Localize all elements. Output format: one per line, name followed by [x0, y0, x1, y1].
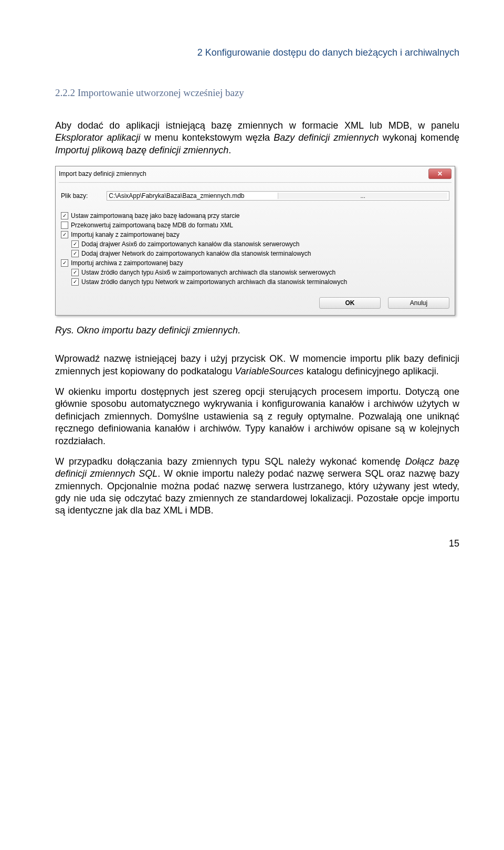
- checkbox[interactable]: ✓: [71, 269, 79, 276]
- checkbox[interactable]: ✓: [61, 231, 68, 238]
- option-label: Dodaj drajwer Network do zaimportowanych…: [81, 250, 311, 257]
- page-number: 15: [55, 538, 459, 549]
- checkbox[interactable]: [61, 222, 68, 229]
- checkbox[interactable]: ✓: [71, 278, 79, 286]
- paragraph-2: W okienku importu dostępnych jest szereg…: [55, 386, 459, 447]
- file-path-input[interactable]: C:\AsixApp\Fabryka\Baza\Baza_zmiennych.m…: [107, 191, 449, 201]
- ok-button[interactable]: OK: [319, 297, 381, 309]
- checkbox[interactable]: ✓: [61, 259, 68, 267]
- chapter-header: 2 Konfigurowanie dostępu do danych bieżą…: [55, 47, 459, 58]
- cancel-button[interactable]: Anuluj: [388, 297, 449, 309]
- option-label: Dodaj drajwer Asix6 do zaimportowanych k…: [81, 240, 300, 248]
- dialog-title: Import bazy definicji zmiennych: [59, 170, 146, 177]
- file-path-value: C:\AsixApp\Fabryka\Baza\Baza_zmiennych.m…: [109, 192, 278, 200]
- option-label: Ustaw zaimportowaną bazę jako bazę ładow…: [71, 212, 240, 219]
- option-label: Przekonwertuj zaimportowaną bazę MDB do …: [71, 222, 233, 229]
- section-title: 2.2.2 Importowanie utworzonej wcześniej …: [55, 87, 459, 99]
- option-row: ✓Ustaw zaimportowaną bazę jako bazę łado…: [61, 212, 449, 219]
- option-label: Ustaw źródło danych typu Asix6 w zaimpor…: [81, 269, 335, 276]
- browse-button[interactable]: ...: [278, 193, 447, 199]
- option-row: ✓Importuj archiwa z zaimportowanej bazy: [61, 259, 449, 267]
- option-label: Ustaw źródło danych typu Network w zaimp…: [81, 278, 347, 286]
- import-dialog: Import bazy definicji zmiennych ✕ Plik b…: [55, 166, 455, 316]
- paragraph-3: W przypadku dołączania bazy zmiennych ty…: [55, 456, 459, 517]
- checkbox[interactable]: ✓: [71, 250, 79, 257]
- close-icon[interactable]: ✕: [428, 169, 452, 179]
- option-row: ✓Ustaw źródło danych typu Asix6 w zaimpo…: [61, 269, 449, 276]
- file-label: Plik bazy:: [61, 192, 88, 200]
- option-row: ✓Ustaw źródło danych typu Network w zaim…: [61, 278, 449, 286]
- divider: [59, 182, 452, 183]
- option-label: Importuj kanały z zaimportowanej bazy: [71, 231, 180, 238]
- checkbox[interactable]: ✓: [71, 240, 79, 248]
- option-row: ✓Dodaj drajwer Asix6 do zaimportowanych …: [61, 240, 449, 248]
- checkbox[interactable]: ✓: [61, 212, 68, 219]
- paragraph-1: Wprowadź nazwę istniejącej bazy i użyj p…: [55, 353, 459, 377]
- option-row: ✓Importuj kanały z zaimportowanej bazy: [61, 231, 449, 238]
- option-label: Importuj archiwa z zaimportowanej bazy: [71, 259, 183, 267]
- intro-paragraph: Aby dodać do aplikacji istniejącą bazę z…: [55, 120, 459, 156]
- option-row: ✓Dodaj drajwer Network do zaimportowanyc…: [61, 250, 449, 257]
- option-row: Przekonwertuj zaimportowaną bazę MDB do …: [61, 222, 449, 229]
- figure-caption: Rys. Okno importu bazy definicji zmienny…: [55, 325, 459, 336]
